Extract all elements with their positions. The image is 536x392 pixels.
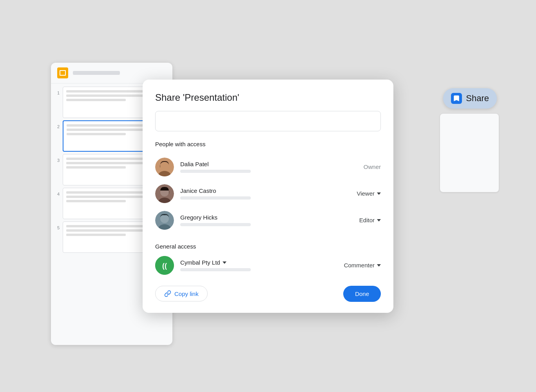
person-email-bar-dalia [180, 170, 251, 173]
chevron-down-icon-org[interactable] [223, 261, 226, 264]
link-icon [164, 290, 171, 297]
access-info: Cymbal Pty Ltd [180, 259, 344, 271]
slide-line [67, 133, 126, 135]
person-info-janice: Janice Castro [180, 187, 357, 200]
slides-app-icon [57, 67, 68, 78]
svg-point-10 [160, 214, 169, 223]
slide-number-4: 4 [54, 192, 60, 196]
person-email-bar-gregory [180, 223, 251, 226]
org-avatar: (( [155, 256, 174, 275]
share-button-floating[interactable]: Share [443, 88, 497, 109]
person-info-dalia: Dalia Patel [180, 161, 364, 173]
slide-line [66, 229, 146, 232]
file-title-bar [73, 71, 120, 75]
slide-line [66, 166, 126, 169]
avatar-janice [155, 184, 174, 203]
slide-number-1: 1 [54, 91, 60, 95]
slide-line [66, 94, 146, 97]
access-email-bar [180, 268, 251, 271]
access-role[interactable]: Commenter [344, 262, 381, 269]
person-name-gregory: Gregory Hicks [180, 214, 359, 221]
slide-number-3: 3 [54, 158, 60, 163]
general-access-section: General access (( Cymbal Pty Ltd [155, 243, 381, 275]
right-panel [440, 114, 499, 192]
slide-number-5: 5 [54, 225, 60, 230]
chevron-down-icon-gregory [377, 219, 381, 221]
chevron-down-icon-access-role [377, 264, 381, 267]
person-role-dalia: Owner [364, 163, 381, 170]
slide-line [66, 200, 126, 202]
share-icon [451, 93, 462, 104]
person-row-dalia: Dalia Patel Owner [155, 154, 381, 180]
person-name-dalia: Dalia Patel [180, 161, 364, 167]
done-label: Done [355, 290, 369, 297]
avatar-gregory [155, 211, 174, 230]
chevron-down-icon-janice [377, 192, 381, 195]
share-modal-overlay: Share 'Presentation' People with access [143, 80, 393, 313]
person-name-janice: Janice Castro [180, 187, 357, 194]
modal-title: Share 'Presentation' [155, 92, 381, 103]
share-button-label: Share [466, 93, 489, 103]
person-role-gregory[interactable]: Editor [359, 217, 381, 223]
slide-line [66, 99, 126, 101]
share-modal: Share 'Presentation' People with access [143, 80, 393, 313]
person-row-gregory: Gregory Hicks Editor [155, 207, 381, 234]
slide-line [66, 234, 126, 236]
people-with-access-header: People with access [155, 141, 381, 147]
add-people-input[interactable] [155, 111, 381, 131]
person-role-janice[interactable]: Viewer [357, 190, 381, 197]
access-name-row: Cymbal Pty Ltd [180, 259, 344, 266]
modal-footer: Copy link Done [155, 286, 381, 302]
svg-rect-1 [455, 98, 458, 99]
access-row: (( Cymbal Pty Ltd Commenter [155, 256, 381, 275]
slides-icon-shape [60, 70, 66, 76]
copy-link-label: Copy link [174, 290, 199, 297]
person-email-bar-janice [180, 196, 251, 200]
done-button[interactable]: Done [343, 286, 381, 302]
people-list: Dalia Patel Owner [155, 154, 381, 234]
person-info-gregory: Gregory Hicks [180, 214, 359, 226]
slide-number-2: 2 [54, 124, 60, 129]
general-access-header: General access [155, 243, 381, 250]
svg-text:((: (( [162, 262, 167, 270]
org-name: Cymbal Pty Ltd [180, 259, 220, 266]
copy-link-button[interactable]: Copy link [155, 286, 208, 301]
avatar-dalia [155, 158, 174, 176]
person-row-janice: Janice Castro Viewer [155, 180, 381, 207]
slide-line [67, 129, 146, 131]
svg-rect-0 [455, 96, 459, 97]
slide-line [66, 162, 146, 164]
slide-line [66, 196, 146, 198]
